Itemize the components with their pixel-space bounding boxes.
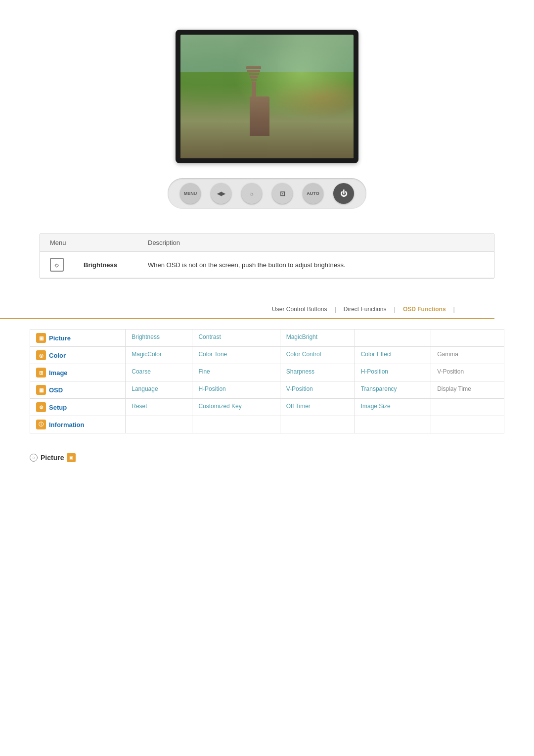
transparency-sub-cell[interactable]: Transparency [355, 381, 431, 399]
magicbright-sub-cell[interactable]: MagicBright [280, 330, 355, 347]
table-row: ⓘ Information [30, 416, 504, 433]
imagesize-sub-cell[interactable]: Image Size [355, 399, 431, 416]
vpos-image-sub: V-Position [437, 368, 464, 375]
vpos-image-sub-cell[interactable]: V-Position [431, 364, 504, 381]
imagesize-sub: Image Size [361, 403, 391, 410]
source-button[interactable]: ⊡ [272, 183, 293, 204]
gamma-sub: Gamma [437, 351, 458, 358]
osd-menu-item[interactable]: ▦ OSD [36, 385, 119, 395]
vpos-osd-sub-cell[interactable]: V-Position [280, 381, 355, 399]
magiccolor-sub-cell[interactable]: MagicColor [126, 347, 192, 364]
tab-direct-functions[interactable]: Direct Functions [336, 303, 394, 316]
customizedkey-sub: Customized Key [198, 403, 241, 410]
picture-menu-item[interactable]: ▣ Picture [36, 333, 119, 343]
picture-label: Picture [49, 334, 71, 342]
pagoda-decoration [246, 66, 261, 100]
setup-icon: ⚙ [36, 402, 46, 412]
osd-icon: ▦ [36, 385, 46, 395]
hpos-image-sub: H-Position [361, 368, 388, 375]
info-cell4 [355, 416, 431, 433]
tab-separator-3: | [453, 303, 455, 316]
sharpness-sub-cell[interactable]: Sharpness [280, 364, 355, 381]
language-sub: Language [132, 385, 158, 392]
colortone-sub: Color Tone [198, 351, 227, 358]
nav-button[interactable]: ◀▶ [211, 183, 231, 204]
brightness-icon-cell: ☼ [40, 252, 74, 278]
image-menu-cell: ⊞ Image [30, 364, 126, 381]
table-row: ⚙ Setup Reset Customized Key Off Timer I… [30, 399, 504, 416]
brightness-adj-button[interactable]: ☼ [241, 183, 262, 204]
setup-empty-cell [431, 399, 504, 416]
description-col-header: Description [138, 234, 494, 252]
pic-empty2-cell [431, 330, 504, 347]
brightness-icon: ☼ [50, 258, 64, 272]
auto-button[interactable]: AUTO [303, 183, 323, 204]
coarse-sub-cell[interactable]: Coarse [126, 364, 192, 381]
hpos-osd-sub-cell[interactable]: H-Position [192, 381, 280, 399]
picture-menu-cell: ▣ Picture [30, 330, 126, 347]
coloreffect-sub-cell[interactable]: Color Effect [355, 347, 431, 364]
color-label: Color [49, 352, 66, 359]
sharpness-sub: Sharpness [286, 368, 314, 375]
colortone-sub-cell[interactable]: Color Tone [192, 347, 280, 364]
table-row: ▣ Picture Brightness Contrast MagicBrigh… [30, 330, 504, 347]
brightness-sub: Brightness [132, 333, 160, 340]
fine-sub-cell[interactable]: Fine [192, 364, 280, 381]
power-button[interactable]: ⏻ [333, 183, 354, 204]
nav-tabs-wrapper: User Control Buttons | Direct Functions … [0, 303, 534, 319]
info-cell2 [192, 416, 280, 433]
setup-menu-item[interactable]: ⚙ Setup [36, 402, 119, 412]
contrast-sub-cell[interactable]: Contrast [192, 330, 280, 347]
monitor-screen [180, 35, 354, 158]
osd-menu-cell: ▦ OSD [30, 381, 126, 399]
displaytime-sub-cell[interactable]: Display Time [431, 381, 504, 399]
coloreffect-sub: Color Effect [361, 351, 392, 358]
offtimer-sub: Off Timer [286, 403, 311, 410]
brightness-menu-name: Brightness [74, 252, 138, 278]
picture-section-label: Picture [41, 454, 64, 462]
vpos-osd-sub: V-Position [286, 385, 313, 392]
colorcontrol-sub-cell[interactable]: Color Control [280, 347, 355, 364]
brightness-sub-cell[interactable]: Brightness [126, 330, 192, 347]
gamma-sub-cell[interactable]: Gamma [431, 347, 504, 364]
osd-section: ▣ Picture Brightness Contrast MagicBrigh… [30, 329, 504, 433]
controls-section: MENU ◀▶ ☼ ⊡ AUTO ⏻ [0, 178, 534, 209]
setup-menu-cell: ⚙ Setup [30, 399, 126, 416]
image-menu-item[interactable]: ⊞ Image [36, 368, 119, 378]
magiccolor-sub: MagicColor [132, 351, 162, 358]
table-row: ◎ Color MagicColor Color Tone Color Cont… [30, 347, 504, 364]
hpos-osd-sub: H-Position [198, 385, 225, 392]
color-menu-item[interactable]: ◎ Color [36, 350, 119, 360]
monitor-frame [176, 30, 358, 163]
tab-osd-functions[interactable]: OSD Functions [396, 303, 453, 316]
nav-tabs-section: User Control Buttons | Direct Functions … [0, 303, 494, 319]
osd-label: OSD [49, 386, 63, 394]
picture-section-icon: ▣ [67, 453, 76, 462]
picture-icon: ▣ [36, 333, 46, 343]
magicbright-sub: MagicBright [286, 333, 317, 340]
info-cell1 [126, 416, 192, 433]
pic-empty1-cell [355, 330, 431, 347]
tab-user-control[interactable]: User Control Buttons [265, 303, 334, 316]
controls-bar: MENU ◀▶ ☼ ⊡ AUTO ⏻ [168, 178, 366, 209]
table-row: ⊞ Image Coarse Fine Sharpness H-Position… [30, 364, 504, 381]
reset-sub-cell[interactable]: Reset [126, 399, 192, 416]
table-row: ▦ OSD Language H-Position V-Position Tra… [30, 381, 504, 399]
displaytime-sub: Display Time [437, 385, 471, 392]
reset-sub: Reset [132, 403, 147, 410]
contrast-sub: Contrast [198, 333, 221, 340]
fine-sub: Fine [198, 368, 210, 375]
description-table: Menu Description ☼ Brightness When OSD i… [40, 234, 494, 278]
customizedkey-sub-cell[interactable]: Customized Key [192, 399, 280, 416]
brightness-row: ☼ Brightness When OSD is not on the scre… [40, 252, 494, 278]
osd-menu-table: ▣ Picture Brightness Contrast MagicBrigh… [30, 329, 504, 433]
language-sub-cell[interactable]: Language [126, 381, 192, 399]
monitor-section [0, 0, 534, 163]
hpos-image-sub-cell[interactable]: H-Position [355, 364, 431, 381]
information-menu-item[interactable]: ⓘ Information [36, 420, 119, 429]
image-label: Image [49, 369, 68, 377]
menu-col-header: Menu [40, 234, 138, 252]
offtimer-sub-cell[interactable]: Off Timer [280, 399, 355, 416]
brightness-description: When OSD is not on the screen, push the … [138, 252, 494, 278]
menu-button[interactable]: MENU [180, 183, 201, 204]
